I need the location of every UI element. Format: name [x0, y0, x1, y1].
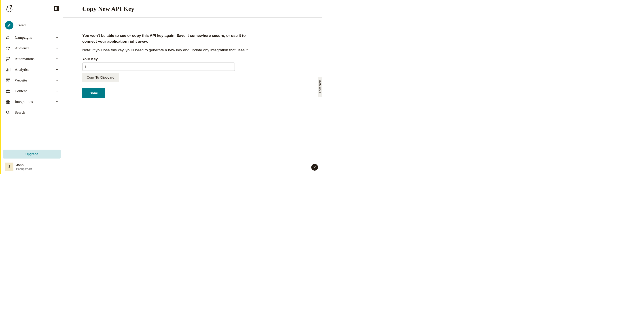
pencil-icon: [5, 21, 14, 29]
logo-icon[interactable]: [5, 4, 14, 13]
page-title: Copy New API Key: [82, 5, 322, 12]
flow-icon: [5, 56, 11, 62]
sidebar-item-campaigns[interactable]: Campaigns: [3, 32, 60, 43]
svg-rect-7: [6, 102, 8, 104]
sidebar-collapse-icon[interactable]: [54, 6, 59, 11]
svg-point-0: [7, 7, 12, 12]
sidebar-item-content[interactable]: Content: [3, 86, 60, 96]
nav-label: Automations: [15, 57, 56, 61]
search-icon: [5, 110, 11, 115]
sidebar-item-audience[interactable]: Audience: [3, 43, 60, 54]
sidebar-item-search[interactable]: Search: [3, 107, 60, 118]
sidebar-item-analytics[interactable]: Analytics: [3, 64, 60, 75]
bars-icon: [5, 67, 11, 72]
nav-label: Create: [16, 23, 58, 27]
chevron-down-icon: [56, 36, 58, 39]
chevron-down-icon: [56, 79, 58, 82]
nav-label: Integrations: [15, 100, 56, 104]
cursor-window-icon: [5, 78, 11, 83]
svg-rect-5: [6, 100, 8, 101]
feedback-tab[interactable]: Feedback: [318, 77, 322, 97]
nav-label: Content: [15, 89, 56, 93]
main-content: Copy New API Key You won't be able to se…: [63, 0, 322, 174]
chevron-down-icon: [56, 58, 58, 60]
done-button[interactable]: Done: [82, 88, 105, 98]
chevron-down-icon: [56, 47, 58, 50]
avatar: J: [5, 163, 14, 171]
chevron-down-icon: [56, 90, 58, 92]
feedback-label: Feedback: [318, 80, 322, 93]
copy-to-clipboard-button[interactable]: Copy To Clipboard: [82, 73, 119, 82]
nav-label: Campaigns: [15, 35, 56, 40]
toolbox-icon: [5, 88, 11, 94]
megaphone-icon: [5, 35, 11, 40]
field-label: Your Key: [82, 57, 260, 61]
svg-point-9: [6, 111, 9, 113]
svg-rect-6: [8, 100, 10, 101]
chevron-down-icon: [56, 101, 58, 103]
svg-point-3: [8, 47, 10, 48]
people-icon: [5, 45, 11, 51]
help-button[interactable]: ?: [311, 164, 318, 170]
warning-text: You won't be able to see or copy this AP…: [82, 33, 260, 44]
upgrade-button[interactable]: Upgrade: [3, 150, 60, 159]
svg-rect-8: [8, 102, 10, 104]
account-name: John: [16, 163, 32, 167]
nav-label: Audience: [15, 46, 56, 50]
sidebar-item-automations[interactable]: Automations: [3, 54, 60, 64]
nav-label: Search: [15, 110, 58, 115]
note-text: Note: If you lose this key, you'll need …: [82, 47, 260, 53]
account-section[interactable]: J John Popupsmart: [1, 163, 63, 174]
grid-icon: [5, 99, 11, 105]
chevron-down-icon: [56, 68, 58, 71]
nav-label: Analytics: [15, 67, 56, 72]
sidebar-item-website[interactable]: Website: [3, 75, 60, 86]
create-button[interactable]: Create: [3, 18, 60, 32]
svg-point-2: [7, 47, 8, 48]
svg-point-1: [10, 8, 11, 9]
api-key-input[interactable]: [82, 62, 235, 71]
nav-label: Website: [15, 78, 56, 83]
sidebar: Create Campaigns Audience: [1, 0, 63, 174]
sidebar-item-integrations[interactable]: Integrations: [3, 96, 60, 107]
account-org: Popupsmart: [16, 167, 32, 170]
